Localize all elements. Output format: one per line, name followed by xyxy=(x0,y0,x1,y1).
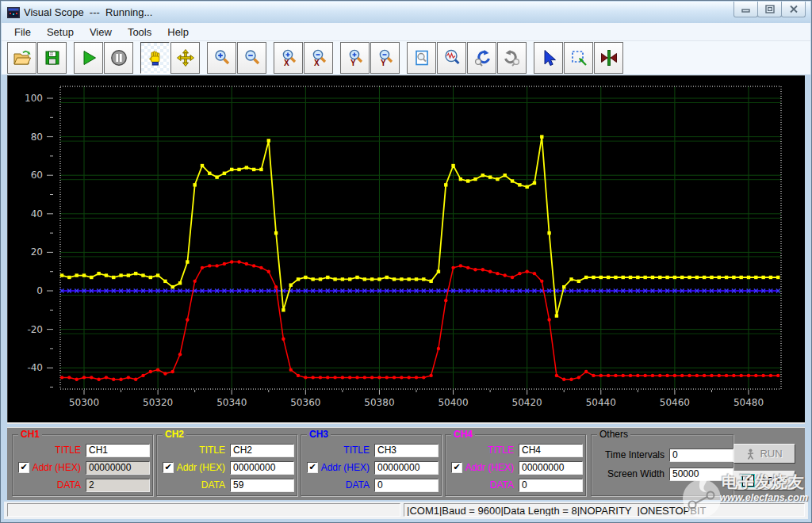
ch4-title-input[interactable] xyxy=(519,444,583,457)
svg-text:50300: 50300 xyxy=(69,397,99,408)
svg-text:-20: -20 xyxy=(27,324,43,335)
maximize-button[interactable] xyxy=(757,2,782,17)
time-intervals-label: Time Intervals xyxy=(592,449,665,460)
plot-canvas[interactable]: 100806040200-20-405030050320503405036050… xyxy=(1,75,812,424)
run-button-toolbar[interactable] xyxy=(74,42,103,74)
ch4-data-value xyxy=(519,479,583,492)
zoom-redo-button[interactable] xyxy=(497,42,527,74)
minimize-icon xyxy=(741,6,751,13)
svg-text:50420: 50420 xyxy=(512,397,542,408)
zoom-y-out-button[interactable]: Y xyxy=(370,42,400,74)
ch4-legend: CH4 xyxy=(451,429,475,440)
open-button[interactable] xyxy=(7,42,36,74)
zoom-waveform-icon xyxy=(443,49,461,67)
menu-help[interactable]: Help xyxy=(159,24,197,40)
svg-text:50320: 50320 xyxy=(143,397,173,408)
svg-text:X: X xyxy=(284,59,289,67)
select-region-button[interactable] xyxy=(564,42,593,74)
run-button-label: RUN xyxy=(760,448,782,460)
screen-width-input[interactable] xyxy=(669,468,733,481)
svg-text:60: 60 xyxy=(31,170,43,181)
svg-text:40: 40 xyxy=(31,208,43,220)
zoom-in-button[interactable] xyxy=(207,42,236,74)
menu-tools[interactable]: Tools xyxy=(120,24,159,40)
open-folder-icon xyxy=(13,49,32,67)
ch1-title-input[interactable] xyxy=(86,444,150,457)
ch1-data-value xyxy=(86,479,150,492)
pause-button[interactable] xyxy=(104,42,133,74)
stop-button-label: STOP xyxy=(759,475,787,487)
status-bar: |COM1|Baud = 9600|Data Length = 8|NOPARI… xyxy=(4,502,808,519)
title-bar: Visual Scope --- Running... xyxy=(2,2,810,23)
ch1-data-label: DATA xyxy=(13,479,81,491)
ch2-group: CH2 TITLE ✔ Addr (HEX) DATA xyxy=(156,434,297,496)
svg-text:50400: 50400 xyxy=(438,397,468,408)
align-markers-icon xyxy=(600,49,618,67)
move-button[interactable] xyxy=(170,42,200,74)
zoom-in-icon xyxy=(213,49,231,67)
channel-panel: CH1 TITLE ✔ Addr (HEX) DATA CH2 TITLE xyxy=(7,427,805,500)
align-markers-button[interactable] xyxy=(594,42,623,74)
menu-file[interactable]: File xyxy=(6,24,39,40)
ch2-addr-checkbox[interactable]: ✔ xyxy=(163,462,174,473)
svg-text:50460: 50460 xyxy=(660,397,690,408)
status-left-cell xyxy=(7,503,400,517)
others-legend: Others xyxy=(597,429,630,440)
ch2-data-value xyxy=(230,479,294,492)
zoom-fit-button[interactable] xyxy=(407,42,436,74)
stop-icon xyxy=(742,475,754,487)
zoom-x-in-button[interactable]: X xyxy=(274,42,303,74)
close-button[interactable] xyxy=(781,2,806,17)
minimize-button[interactable] xyxy=(733,2,758,17)
ch2-addr-input[interactable] xyxy=(230,461,294,475)
zoom-y-in-button[interactable]: Y xyxy=(340,42,370,74)
zoom-y-in-icon: Y xyxy=(347,49,364,67)
play-icon xyxy=(80,49,98,67)
stop-button[interactable]: STOP xyxy=(733,471,795,491)
svg-text:20: 20 xyxy=(31,246,43,258)
zoom-x-in-icon: X xyxy=(280,49,297,67)
window-title: Visual Scope --- Running... xyxy=(24,6,152,18)
pause-icon xyxy=(110,49,128,67)
ch3-title-input[interactable] xyxy=(374,444,439,457)
svg-text:X: X xyxy=(314,59,320,67)
ch4-addr-checkbox[interactable]: ✔ xyxy=(451,462,462,473)
menu-setup[interactable]: Setup xyxy=(39,24,82,40)
zoom-window-button[interactable] xyxy=(437,42,466,74)
menu-bar: File Setup View Tools Help xyxy=(2,23,810,41)
ch2-title-input[interactable] xyxy=(230,444,294,457)
svg-text:Y: Y xyxy=(350,59,356,67)
close-icon xyxy=(789,5,799,13)
zoom-x-out-button[interactable]: X xyxy=(304,42,333,74)
zoom-out-button[interactable] xyxy=(237,42,266,74)
menu-view[interactable]: View xyxy=(82,24,120,40)
zoom-x-out-icon: X xyxy=(310,49,327,67)
ch1-group: CH1 TITLE ✔ Addr (HEX) DATA xyxy=(12,434,153,496)
save-button[interactable] xyxy=(37,42,67,74)
ch2-legend: CH2 xyxy=(163,429,186,440)
ch1-addr-input[interactable] xyxy=(86,461,150,475)
ch3-addr-input[interactable] xyxy=(374,461,439,475)
ch1-title-label: TITLE xyxy=(13,445,81,456)
pointer-button[interactable] xyxy=(534,42,563,74)
svg-text:50340: 50340 xyxy=(216,397,247,408)
zoom-undo-button[interactable] xyxy=(467,42,496,74)
pointer-arrow-icon xyxy=(540,49,557,67)
ch3-addr-checkbox[interactable]: ✔ xyxy=(307,462,318,473)
ch1-addr-checkbox[interactable]: ✔ xyxy=(18,462,29,473)
ch3-data-label: DATA xyxy=(301,479,370,491)
run-button[interactable]: RUN xyxy=(733,444,795,464)
svg-text:-40: -40 xyxy=(27,362,43,373)
hand-icon xyxy=(147,49,164,67)
ch3-title-label: TITLE xyxy=(301,445,370,456)
save-icon xyxy=(44,49,61,67)
zoom-out-icon xyxy=(243,49,261,67)
time-intervals-input[interactable] xyxy=(669,449,733,462)
status-com-settings: |COM1|Baud = 9600|Data Length = 8|NOPARI… xyxy=(404,503,805,517)
others-group: Others Time Intervals Screen Width xyxy=(591,434,733,496)
ch4-addr-input[interactable] xyxy=(519,461,583,475)
run-person-icon xyxy=(746,449,755,460)
pan-button[interactable] xyxy=(140,42,170,74)
ch2-title-label: TITLE xyxy=(157,445,225,456)
svg-text:Y: Y xyxy=(381,59,386,67)
